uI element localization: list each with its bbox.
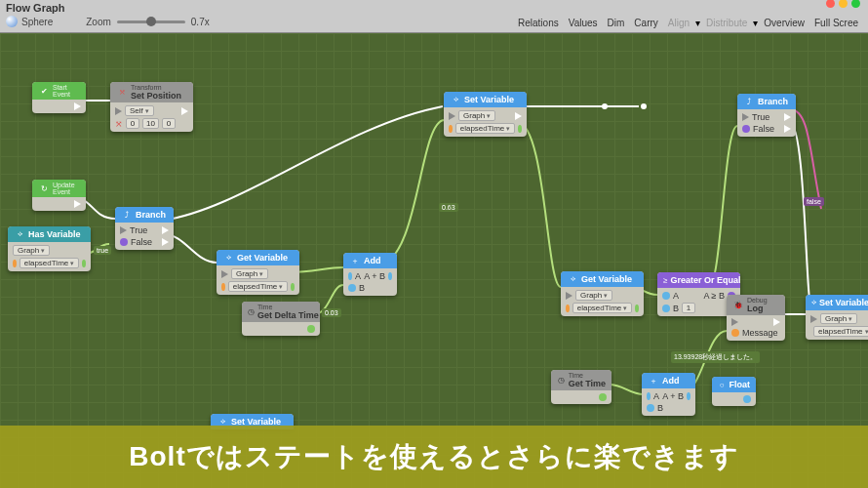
flow-in-icon bbox=[810, 315, 817, 323]
carry-button[interactable]: Carry bbox=[630, 16, 661, 30]
variable-icon: ⟡ bbox=[14, 228, 25, 240]
flow-in-icon bbox=[449, 112, 455, 120]
zoom-slider[interactable] bbox=[117, 20, 185, 23]
port-icon bbox=[518, 125, 522, 133]
debug-value: 0.03 bbox=[322, 308, 341, 317]
minimize-icon[interactable] bbox=[839, 0, 848, 8]
clock-icon: ◷ bbox=[557, 375, 566, 386]
flow-out-icon bbox=[784, 125, 791, 133]
fullscreen-button[interactable]: Full Scree bbox=[810, 16, 862, 30]
flow-out-icon bbox=[162, 226, 169, 234]
node-add-2[interactable]: ＋Add AA + B B bbox=[642, 373, 695, 416]
flow-out-icon bbox=[74, 102, 81, 110]
scope-dropdown[interactable]: Graph bbox=[13, 245, 50, 256]
node-add-1[interactable]: ＋Add AA + B B bbox=[343, 253, 397, 296]
graph-canvas[interactable]: ✔StartEvent ⤧TransformSet Position Self … bbox=[0, 33, 868, 488]
port-icon bbox=[743, 395, 751, 403]
values-button[interactable]: Values bbox=[565, 16, 602, 30]
overlay-banner: Boltではステートを使えるとさらに楽できます bbox=[0, 426, 868, 488]
debug-value: 13.93928秒経過しました。 bbox=[671, 351, 760, 363]
flow-in-icon bbox=[742, 113, 749, 121]
port-icon bbox=[662, 305, 670, 312]
dim-button[interactable]: Dim bbox=[604, 16, 629, 30]
node-set-position[interactable]: ⤧TransformSet Position Self ⤧0100 bbox=[110, 82, 193, 132]
node-get-variable-1[interactable]: ⟡Get Variable Graph elapsedTime bbox=[217, 250, 299, 295]
var-dropdown[interactable]: elapsedTime bbox=[228, 281, 289, 292]
float-icon: ○ bbox=[718, 379, 727, 390]
flow-out-icon bbox=[74, 200, 81, 208]
overview-button[interactable]: Overview bbox=[760, 16, 809, 30]
window-title: Flow Graph bbox=[6, 2, 210, 14]
window-controls[interactable] bbox=[826, 0, 860, 8]
port-icon bbox=[566, 305, 570, 312]
var-dropdown[interactable]: elapsedTime bbox=[20, 258, 80, 268]
toolbar: Flow Graph Sphere Zoom 0.7x Relations Va… bbox=[0, 0, 868, 33]
port-icon bbox=[647, 404, 654, 412]
node-branch-2[interactable]: ⤴Branch True False bbox=[737, 94, 796, 137]
branch-icon: ⤴ bbox=[743, 96, 755, 107]
banner-text: Boltではステートを使えるとさらに楽できます bbox=[129, 438, 738, 475]
node-get-delta-time[interactable]: ◷TimeGet Delta Time bbox=[242, 302, 320, 336]
scope-dropdown[interactable]: Graph bbox=[820, 313, 857, 324]
node-float[interactable]: ○Float bbox=[712, 377, 756, 406]
flow-out-icon bbox=[773, 318, 780, 326]
node-branch-1[interactable]: ⤴Branch True False bbox=[115, 207, 174, 250]
sphere-icon bbox=[6, 16, 18, 27]
port-icon bbox=[82, 260, 86, 267]
clock-icon: ◷ bbox=[248, 306, 255, 318]
port-icon bbox=[731, 329, 739, 337]
scope-dropdown[interactable]: Graph bbox=[575, 290, 612, 301]
distribute-button[interactable]: Distribute bbox=[702, 16, 751, 30]
branch-icon: ⤴ bbox=[121, 209, 133, 221]
debug-value: 0.63 bbox=[439, 203, 458, 212]
flow-out-icon bbox=[515, 112, 522, 120]
port-icon bbox=[388, 272, 392, 280]
node-set-variable-1[interactable]: ⟡Set Variable Graph elapsedTime bbox=[444, 92, 527, 137]
loop-icon: ↻ bbox=[38, 183, 50, 194]
maximize-icon[interactable] bbox=[851, 0, 860, 8]
var-dropdown[interactable]: elapsedTime bbox=[455, 123, 516, 134]
node-set-variable-2[interactable]: ⟡Set Variable Graph elapsedTime bbox=[806, 295, 868, 340]
flow-in-icon bbox=[115, 107, 122, 115]
zoom-label: Zoom bbox=[86, 17, 111, 27]
scope-dropdown[interactable]: Graph bbox=[231, 268, 268, 279]
axis-icon: ⤧ bbox=[115, 119, 123, 129]
check-icon: ✔ bbox=[38, 85, 50, 97]
port-icon bbox=[291, 283, 295, 291]
target-dropdown[interactable]: Self bbox=[125, 105, 154, 116]
port-icon bbox=[221, 283, 225, 291]
port-icon bbox=[120, 238, 128, 246]
flow-in-icon bbox=[120, 226, 127, 234]
port-icon bbox=[307, 325, 315, 333]
node-update-event[interactable]: ↻UpdateEvent bbox=[32, 180, 86, 211]
flow-in-icon bbox=[221, 270, 228, 278]
port-icon bbox=[687, 392, 690, 400]
node-has-variable[interactable]: ⟡Has Variable Graph elapsedTime bbox=[8, 226, 91, 271]
greater-equal-icon: ≥ bbox=[663, 274, 667, 286]
port-icon bbox=[647, 392, 651, 400]
transform-icon: ⤧ bbox=[116, 87, 128, 99]
object-name[interactable]: Sphere bbox=[21, 17, 53, 27]
node-debug-log[interactable]: 🐞DebugLog Message bbox=[727, 295, 785, 341]
port-icon bbox=[599, 393, 607, 401]
flow-out-icon bbox=[784, 113, 791, 121]
variable-icon: ⟡ bbox=[567, 273, 578, 285]
port-icon bbox=[742, 125, 750, 133]
variable-icon: ⟡ bbox=[811, 297, 816, 308]
align-button[interactable]: Align bbox=[664, 16, 693, 30]
scope-dropdown[interactable]: Graph bbox=[458, 110, 495, 121]
flow-out-icon bbox=[181, 107, 188, 115]
port-icon bbox=[13, 260, 17, 267]
plus-icon: ＋ bbox=[648, 375, 659, 386]
relations-button[interactable]: Relations bbox=[514, 16, 563, 30]
flow-in-icon bbox=[731, 318, 738, 326]
variable-icon: ⟡ bbox=[222, 252, 234, 264]
var-dropdown[interactable]: elapsedTime bbox=[572, 303, 633, 313]
node-get-time[interactable]: ◷TimeGet Time bbox=[551, 370, 612, 404]
port-icon bbox=[662, 292, 670, 300]
zoom-value: 0.7x bbox=[191, 17, 210, 27]
close-icon[interactable] bbox=[826, 0, 835, 8]
var-dropdown[interactable]: elapsedTime bbox=[813, 326, 868, 337]
node-get-variable-2[interactable]: ⟡Get Variable Graph elapsedTime bbox=[561, 271, 644, 316]
node-start-event[interactable]: ✔StartEvent bbox=[32, 82, 86, 113]
